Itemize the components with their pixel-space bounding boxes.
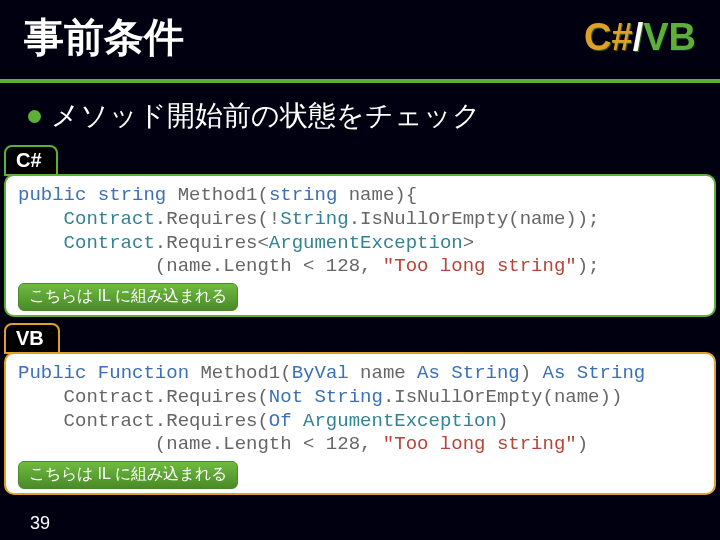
vb-code: Public Function Method1(ByVal name As St… [18, 362, 706, 457]
vb-tag: VB [4, 323, 60, 354]
subheading-text: メソッド開始前の状態をチェック [51, 97, 481, 135]
csharp-code: public string Method1(string name){ Cont… [18, 184, 706, 279]
csharp-note: こちらは IL に組み込まれる [18, 283, 238, 311]
lang-csharp-mark: C# [584, 16, 633, 58]
vb-codebox: Public Function Method1(ByVal name As St… [4, 352, 716, 495]
lang-vb-mark: VB [643, 16, 696, 58]
lang-mark: C#/VB [584, 16, 696, 59]
bullet-icon [28, 110, 41, 123]
csharp-block: C# public string Method1(string name){ C… [0, 145, 720, 317]
slide-title: 事前条件 [24, 10, 184, 65]
vb-block: VB Public Function Method1(ByVal name As… [0, 323, 720, 495]
csharp-codebox: public string Method1(string name){ Cont… [4, 174, 716, 317]
csharp-tag: C# [4, 145, 58, 176]
lang-slash: / [633, 16, 644, 58]
slide-subheading: メソッド開始前の状態をチェック [0, 83, 720, 145]
page-number: 39 [30, 513, 50, 534]
slide-header: 事前条件 C#/VB [0, 0, 720, 83]
vb-note: こちらは IL に組み込まれる [18, 461, 238, 489]
